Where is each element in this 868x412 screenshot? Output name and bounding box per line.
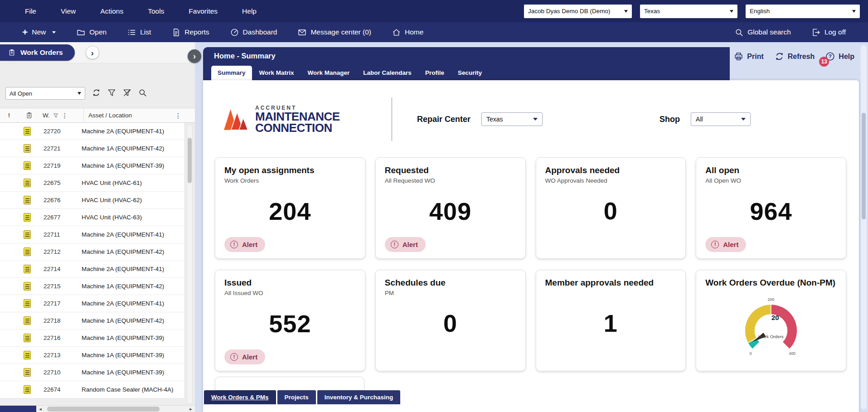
sidebar-bottom-accent <box>0 406 36 412</box>
log-off-label: Log off <box>824 28 846 36</box>
search-list-button[interactable] <box>138 88 147 98</box>
work-order-row[interactable]: 22714Machine 2A (EQUIPMENT-41) <box>0 261 184 278</box>
log-off-button[interactable]: Log off <box>801 28 856 37</box>
refresh-list-button[interactable] <box>92 88 101 98</box>
work-order-row[interactable]: 22715Machine 1A (EQUIPMENT-42) <box>0 278 184 295</box>
refresh-icon <box>775 52 784 61</box>
kebab-menu-icon[interactable]: ⋮ <box>175 112 181 119</box>
work-order-row[interactable]: 22716Machine 1A (EQUIPMENT-39) <box>0 330 184 347</box>
alert-button[interactable]: !Alert <box>385 237 426 252</box>
work-order-list: 22720Machine 2A (EQUIPMENT-41) 22721Mach… <box>0 123 184 398</box>
language-select[interactable]: English <box>746 5 860 18</box>
menu-tools[interactable]: Tools <box>136 7 176 15</box>
alert-label: Alert <box>402 241 418 248</box>
work-order-row[interactable]: 22711Machine 2A (EQUIPMENT-41) <box>0 226 184 243</box>
kebab-menu-icon[interactable]: ⋮ <box>62 112 68 119</box>
home-button[interactable]: Home <box>382 28 434 37</box>
bottom-tab-projects[interactable]: Projects <box>277 390 316 404</box>
chevron-right-icon: › <box>193 52 196 60</box>
kpi-card-issued[interactable]: Issued All Issued WO 552 !Alert <box>215 270 365 371</box>
tab-security[interactable]: Security <box>451 66 488 80</box>
asset-column-header[interactable]: Asset / Location ⋮ <box>83 108 195 122</box>
wo-column-header[interactable]: W. ⋮ <box>40 112 83 119</box>
kpi-title: All open <box>705 165 837 176</box>
list-button[interactable]: List <box>117 28 161 37</box>
work-order-row[interactable]: 22719Machine 1A (EQUIPMENT-39) <box>0 157 184 174</box>
alert-button[interactable]: !Alert <box>705 237 746 252</box>
dashboard-button[interactable]: Dashboard <box>220 28 288 37</box>
tab-labor-calendars[interactable]: Labor Calendars <box>357 66 418 80</box>
caret-down-icon <box>852 10 856 13</box>
work-order-row[interactable]: 22713Machine 1A (EQUIPMENT-39) <box>0 347 184 364</box>
menu-help[interactable]: Help <box>230 7 269 15</box>
database-select[interactable]: Jacob Dyas Demo DB (Demo) <box>524 5 632 18</box>
kpi-card-all-open[interactable]: All open All Open WO 964 !Alert <box>696 157 846 259</box>
kpi-card-approvals-needed[interactable]: Approvals needed WO Approvals Needed 0 <box>536 157 686 259</box>
refresh-button[interactable]: Refresh <box>775 52 815 61</box>
home-label: Home <box>405 28 423 36</box>
print-button[interactable]: Print <box>734 52 763 61</box>
alert-button[interactable]: !Alert <box>224 349 265 364</box>
scrollbar-track[interactable] <box>44 406 187 412</box>
sidebar-horizontal-scrollbar[interactable]: ◂ ▸ <box>0 405 195 412</box>
wo-number: 22715 <box>44 283 82 290</box>
scrollbar-thumb[interactable] <box>188 138 192 183</box>
tab-work-matrix[interactable]: Work Matrix <box>253 66 301 80</box>
kpi-card-member-approvals-needed[interactable]: Member approvals needed 1 <box>536 270 686 371</box>
tab-summary[interactable]: Summary <box>211 66 252 80</box>
filter-button[interactable] <box>107 88 116 98</box>
sidebar-collapse-button[interactable]: › <box>188 49 201 63</box>
bottom-tab-inventory-purchasing[interactable]: Inventory & Purchasing <box>317 390 401 404</box>
kpi-value: 964 <box>750 197 792 225</box>
repair-center-select[interactable]: Texas <box>481 112 543 126</box>
priority-column-header[interactable]: ! <box>0 112 18 119</box>
toolbar-right: Global search Log off <box>724 28 856 37</box>
work-order-row[interactable]: 22712Machine 1A (EQUIPMENT-42) <box>0 243 184 261</box>
open-button[interactable]: Open <box>66 28 117 37</box>
workspace: Work Orders › All Open ! W. ⋮ <box>0 42 868 412</box>
clear-filter-button[interactable] <box>123 88 131 98</box>
module-expand-button[interactable]: › <box>86 46 99 59</box>
module-work-orders-button[interactable]: Work Orders <box>0 44 75 61</box>
work-order-row[interactable]: 22710Machine 1A (EQUIPMENT-39) <box>0 364 184 381</box>
work-order-row[interactable]: 22717Machine 2A (EQUIPMENT-41) <box>0 295 184 312</box>
kpi-card-work-orders-overdue-gauge[interactable]: Work Orders Overdue (Non-PM) 0 200 400 2… <box>696 270 846 371</box>
work-order-row[interactable]: 22674Random Case Sealer (MACH-4A) <box>0 381 184 398</box>
global-search-label: Global search <box>747 28 791 36</box>
page-title: Home - Summary <box>203 47 730 64</box>
work-order-row[interactable]: 22675HVAC Unit (HVAC-61) <box>0 174 184 192</box>
scroll-right-arrow[interactable]: ▸ <box>187 406 195 412</box>
work-order-row[interactable]: 22676HVAC Unit (HVAC-62) <box>0 192 184 209</box>
menu-actions[interactable]: Actions <box>88 7 136 15</box>
work-order-row[interactable]: 22718Machine 1A (EQUIPMENT-42) <box>0 312 184 330</box>
scrollbar-thumb[interactable] <box>862 113 866 219</box>
bottom-tab-work-orders-pms[interactable]: Work Orders & PMs <box>204 390 276 404</box>
sidebar-vertical-scrollbar[interactable] <box>187 125 193 404</box>
dashboard-icon <box>230 28 239 37</box>
menu-file[interactable]: File <box>13 7 48 15</box>
kpi-card-my-open-assignments[interactable]: My open assignments Work Orders 204 !Ale… <box>215 157 365 259</box>
new-button[interactable]: + New <box>12 28 66 36</box>
kpi-card-schedules-due[interactable]: Schedules due PM 0 <box>375 270 526 371</box>
menu-view[interactable]: View <box>48 7 88 15</box>
work-order-row[interactable]: 22721Machine 1A (EQUIPMENT-42) <box>0 140 184 157</box>
repair-center-select-top[interactable]: Texas <box>640 5 737 18</box>
reports-button[interactable]: Reports <box>161 28 219 37</box>
list-filter-select[interactable]: All Open <box>5 87 85 100</box>
work-order-row[interactable]: 22720Machine 2A (EQUIPMENT-41) <box>0 123 184 140</box>
scrollbar-thumb[interactable] <box>47 407 160 412</box>
tab-work-manager[interactable]: Work Manager <box>301 66 356 80</box>
wo-asset-location: HVAC Unit (HVAC-62) <box>82 197 184 204</box>
work-order-row[interactable]: 22677HVAC Unit (HVAC-63) <box>0 209 184 226</box>
type-column-header[interactable] <box>18 112 40 119</box>
alert-button[interactable]: !Alert <box>224 237 265 252</box>
tab-profile[interactable]: Profile <box>419 66 451 80</box>
menu-favorites[interactable]: Favorites <box>176 7 230 15</box>
main-vertical-scrollbar[interactable] <box>861 45 867 409</box>
help-button[interactable]: 13 ? Help <box>825 52 854 61</box>
kpi-card-requested[interactable]: Requested All Requested WO 409 !Alert <box>375 157 526 259</box>
scroll-left-arrow[interactable]: ◂ <box>36 406 44 412</box>
global-search-button[interactable]: Global search <box>724 28 801 37</box>
message-center-button[interactable]: Message center (0) <box>287 28 382 37</box>
shop-select[interactable]: All <box>691 112 751 126</box>
